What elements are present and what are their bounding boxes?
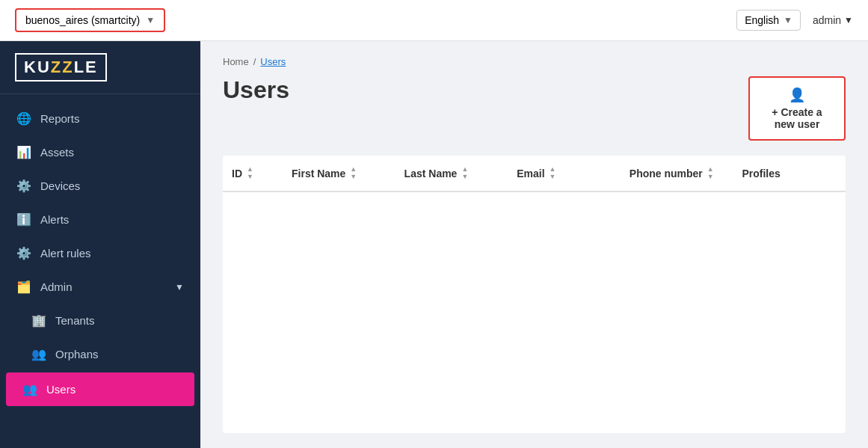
column-profiles[interactable]: Profiles [733, 156, 846, 191]
sidebar-item-tenants[interactable]: 🏢 Tenants [0, 304, 200, 337]
column-phone-number[interactable]: Phone number ▲ ▼ [621, 156, 733, 191]
users-table: ID ▲ ▼ First Name ▲ ▼ Last Name [223, 156, 846, 433]
page-header: Users 👤 + Create anew user [223, 76, 846, 141]
breadcrumb: Home / Users [223, 56, 846, 67]
sort-phone[interactable]: ▲ ▼ [707, 166, 714, 180]
topbar-left: buenos_aires (smartcity) ▼ [15, 8, 165, 32]
tenants-icon: 🏢 [31, 313, 46, 328]
topbar: buenos_aires (smartcity) ▼ English ▼ adm… [0, 0, 868, 41]
sidebar-item-label: Orphans [55, 348, 99, 360]
sort-up-icon: ▲ [461, 166, 468, 173]
sidebar-item-label: Alerts [40, 213, 69, 226]
sort-up-icon: ▲ [350, 166, 357, 173]
sidebar-item-label: Assets [40, 146, 74, 159]
alerts-icon: ℹ️ [16, 212, 31, 227]
column-first-name[interactable]: First Name ▲ ▼ [283, 156, 395, 191]
sort-up-icon: ▲ [247, 166, 253, 173]
sidebar-item-users[interactable]: 👥 Users [6, 372, 194, 406]
admin-label: admin [813, 14, 841, 26]
sidebar-item-label: Alert rules [40, 247, 91, 260]
column-last-name[interactable]: Last Name ▲ ▼ [395, 156, 508, 191]
tenant-value: buenos_aires (smartcity) [25, 14, 140, 26]
admin-icon: 🗂️ [16, 280, 31, 294]
language-selector[interactable]: English ▼ [736, 10, 801, 31]
sidebar-item-label: Reports [40, 112, 80, 125]
column-last-name-label: Last Name [404, 168, 458, 179]
users-icon: 👥 [22, 382, 37, 396]
sort-email[interactable]: ▲ ▼ [550, 166, 556, 180]
create-new-user-button[interactable]: 👤 + Create anew user [748, 76, 846, 141]
tenant-selector[interactable]: buenos_aires (smartcity) ▼ [15, 8, 165, 32]
create-user-icon: 👤 [789, 87, 805, 103]
sort-up-icon: ▲ [707, 166, 714, 173]
reports-icon: 🌐 [16, 111, 31, 126]
sort-first-name[interactable]: ▲ ▼ [350, 166, 357, 180]
chevron-down-icon: ▼ [175, 282, 184, 292]
logo: KUZZLE [15, 53, 185, 82]
chevron-down-icon: ▼ [784, 15, 792, 25]
table-header: ID ▲ ▼ First Name ▲ ▼ Last Name [223, 156, 846, 192]
breadcrumb-home[interactable]: Home [223, 56, 249, 67]
devices-icon: ⚙️ [16, 179, 31, 193]
sidebar-item-label: Tenants [55, 314, 95, 327]
column-id[interactable]: ID ▲ ▼ [223, 156, 283, 191]
logo-text: KUZZLE [15, 53, 107, 82]
column-phone-number-label: Phone number [630, 168, 703, 179]
assets-icon: 📊 [16, 145, 31, 159]
language-label: English [745, 14, 779, 26]
content-area: Home / Users Users 👤 + Create anew user … [200, 41, 868, 448]
sidebar-item-admin[interactable]: 🗂️ Admin ▼ [0, 270, 200, 304]
chevron-down-icon: ▼ [844, 15, 853, 25]
column-email-label: Email [517, 168, 544, 179]
breadcrumb-separator: / [253, 56, 256, 67]
sort-down-icon: ▼ [461, 174, 468, 180]
sort-down-icon: ▼ [550, 174, 556, 180]
sort-up-icon: ▲ [550, 166, 556, 173]
admin-menu[interactable]: admin ▼ [813, 14, 853, 26]
topbar-right: English ▼ admin ▼ [736, 10, 853, 31]
sort-down-icon: ▼ [247, 174, 253, 180]
sort-down-icon: ▼ [707, 174, 714, 180]
sidebar-item-alert-rules[interactable]: ⚙️ Alert rules [0, 236, 200, 270]
sidebar-item-orphans[interactable]: 👥 Orphans [0, 337, 200, 371]
column-id-label: ID [232, 168, 242, 179]
sort-id[interactable]: ▲ ▼ [247, 166, 253, 180]
sidebar-item-assets[interactable]: 📊 Assets [0, 135, 200, 169]
sidebar-item-label: Admin [40, 280, 73, 293]
page-title: Users [223, 76, 289, 104]
sidebar-item-devices[interactable]: ⚙️ Devices [0, 169, 200, 203]
logo-area: KUZZLE [0, 41, 200, 94]
main-layout: KUZZLE 🌐 Reports 📊 Assets ⚙️ Devices ℹ️ … [0, 41, 868, 448]
create-btn-text: + Create anew user [772, 106, 822, 130]
sidebar-item-reports[interactable]: 🌐 Reports [0, 102, 200, 135]
column-profiles-label: Profiles [742, 168, 780, 179]
table-body [223, 192, 846, 342]
sidebar: KUZZLE 🌐 Reports 📊 Assets ⚙️ Devices ℹ️ … [0, 41, 200, 448]
sidebar-item-label: Users [46, 383, 76, 396]
logo-zz: ZZ [51, 58, 74, 76]
column-email[interactable]: Email ▲ ▼ [508, 156, 621, 191]
chevron-down-icon: ▼ [146, 15, 155, 25]
column-first-name-label: First Name [292, 168, 345, 179]
sidebar-item-alerts[interactable]: ℹ️ Alerts [0, 203, 200, 236]
alert-rules-icon: ⚙️ [16, 246, 31, 260]
sidebar-item-label: Devices [40, 179, 80, 192]
orphans-icon: 👥 [31, 347, 46, 361]
sort-last-name[interactable]: ▲ ▼ [461, 166, 468, 180]
nav-items: 🌐 Reports 📊 Assets ⚙️ Devices ℹ️ Alerts … [0, 94, 200, 448]
sort-down-icon: ▼ [350, 174, 357, 180]
breadcrumb-current: Users [260, 56, 286, 67]
